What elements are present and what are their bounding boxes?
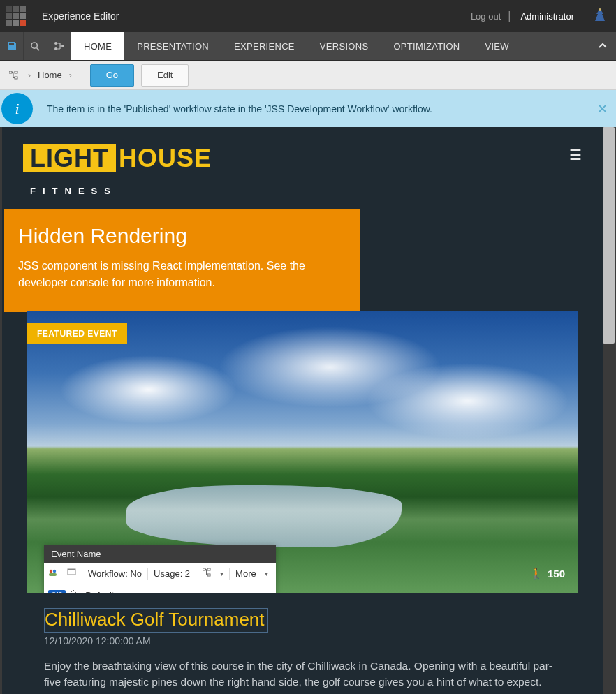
svg-point-19 — [53, 570, 56, 573]
svg-rect-23 — [203, 568, 205, 570]
test-icon[interactable] — [62, 568, 80, 579]
tab-presentation[interactable]: PRESENTATION — [124, 32, 221, 60]
breadcrumb-sep: › — [28, 71, 31, 80]
banner-message: The item is in the 'Published' workflow … — [33, 103, 588, 115]
hamburger-icon[interactable]: ☰ — [569, 144, 582, 163]
search-button[interactable] — [24, 32, 47, 60]
svg-rect-0 — [6, 6, 12, 12]
variant-caret-icon[interactable]: ▾ — [264, 591, 276, 593]
components-button[interactable] — [47, 32, 71, 60]
site-logo[interactable]: LIGHTHOUSE FITNESS — [23, 144, 212, 196]
svg-point-12 — [54, 42, 57, 45]
more-caret-icon[interactable]: ▾ — [261, 570, 272, 577]
brand-part-a: LIGHT — [23, 144, 116, 172]
warning-title: Hidden Rendering — [18, 224, 346, 248]
app-title: Experience Editor — [42, 10, 119, 22]
event-card: FEATURED EVENT 🚶 150 Event Name — [27, 311, 578, 691]
svg-rect-6 — [6, 20, 12, 26]
svg-rect-16 — [15, 71, 17, 73]
svg-rect-8 — [20, 20, 26, 26]
svg-rect-20 — [49, 573, 57, 576]
featured-badge: FEATURED EVENT — [27, 323, 127, 344]
svg-rect-2 — [20, 6, 26, 12]
event-body[interactable]: Enjoy the breathtaking view of this cour… — [44, 658, 561, 691]
svg-point-10 — [31, 42, 37, 47]
svg-point-13 — [54, 47, 57, 50]
more-menu[interactable]: More — [231, 568, 261, 579]
workflow-label[interactable]: Workflow: No — [84, 568, 146, 579]
tab-experience[interactable]: EXPERIENCE — [221, 32, 307, 60]
app-logo-icon[interactable] — [0, 0, 32, 32]
svg-rect-7 — [13, 20, 19, 26]
brand-subtitle: FITNESS — [23, 186, 212, 196]
tab-versions[interactable]: VERSIONS — [307, 32, 381, 60]
svg-rect-22 — [68, 569, 75, 570]
event-hero-image: FEATURED EVENT 🚶 150 Event Name — [27, 311, 578, 593]
svg-rect-15 — [9, 71, 12, 73]
svg-point-9 — [599, 8, 601, 11]
variant-count-badge: 3/3 — [48, 590, 66, 593]
user-avatar-icon[interactable] — [584, 7, 616, 25]
attendee-count: 🚶 150 — [529, 567, 565, 580]
tree-icon[interactable] — [7, 68, 21, 82]
warning-body: JSS component is missing React implement… — [18, 258, 346, 291]
personalize-icon[interactable] — [44, 568, 62, 579]
svg-rect-24 — [207, 568, 210, 570]
svg-rect-1 — [13, 6, 19, 12]
tab-view[interactable]: VIEW — [472, 32, 521, 60]
attendee-count-value: 150 — [548, 568, 565, 579]
svg-point-18 — [50, 570, 52, 573]
svg-line-11 — [36, 47, 39, 50]
edit-button[interactable]: Edit — [141, 64, 189, 87]
event-date: 12/10/2020 12:00:00 AM — [44, 635, 578, 647]
ribbon: HOME PRESENTATION EXPERIENCE VERSIONS OP… — [0, 32, 616, 61]
svg-point-14 — [61, 45, 64, 47]
save-button[interactable] — [0, 32, 24, 60]
tab-home[interactable]: HOME — [71, 32, 124, 60]
hidden-rendering-box: Hidden Rendering JSS component is missin… — [4, 209, 360, 312]
walker-icon: 🚶 — [529, 567, 543, 580]
logout-link[interactable]: Log out — [464, 11, 508, 22]
svg-rect-3 — [6, 13, 12, 19]
go-button[interactable]: Go — [90, 64, 134, 87]
current-user[interactable]: Administrator — [511, 11, 584, 22]
info-icon: i — [1, 93, 33, 124]
svg-rect-4 — [13, 13, 19, 19]
site-header: LIGHTHOUSE FITNESS ☰ — [2, 127, 603, 209]
app-topbar: Experience Editor Log out | Administrato… — [0, 0, 616, 32]
breadcrumb-sep: › — [69, 71, 72, 80]
svg-rect-25 — [207, 574, 210, 576]
field-toolbar-header: Event Name — [44, 545, 276, 563]
event-title-field[interactable]: Chilliwack Golf Tournament — [44, 608, 268, 633]
variant-name[interactable]: Default — [81, 590, 118, 593]
ribbon-collapse-icon[interactable] — [598, 32, 608, 60]
breadcrumb-bar: › Home › Go Edit — [0, 61, 616, 90]
datasource-tree-icon[interactable] — [198, 568, 216, 579]
field-toolbar: Event Name Workflow: No Usage: 2 — [44, 545, 276, 593]
svg-rect-17 — [15, 77, 17, 79]
tab-optimization[interactable]: OPTIMIZATION — [381, 32, 472, 60]
datasource-caret-icon[interactable]: ▾ — [216, 570, 228, 577]
page-canvas: LIGHTHOUSE FITNESS ☰ Hidden Rendering JS… — [2, 127, 603, 694]
scrollbar-thumb[interactable] — [603, 127, 615, 344]
breadcrumb-item[interactable]: Home — [38, 70, 62, 80]
banner-close-icon[interactable]: ✕ — [588, 101, 616, 117]
usage-label[interactable]: Usage: 2 — [149, 568, 194, 579]
svg-rect-5 — [20, 13, 26, 19]
workflow-banner: i The item is in the 'Published' workflo… — [0, 90, 616, 127]
variant-stepper-icon[interactable] — [66, 589, 81, 593]
brand-part-b: HOUSE — [116, 144, 212, 172]
